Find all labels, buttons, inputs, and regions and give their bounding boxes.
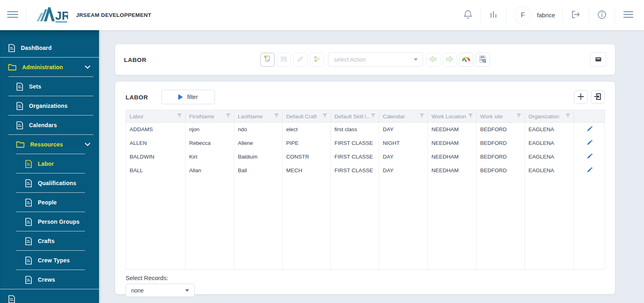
table-row[interactable]: BALDWINKirtBaldiumCONSTRFIRST CLASSEDAYN… — [126, 150, 605, 164]
settings-menu-button[interactable] — [615, 10, 634, 20]
multi-action-button[interactable] — [310, 53, 324, 67]
column-header-default-craft[interactable]: Default Craft — [283, 110, 331, 123]
document-icon — [25, 237, 32, 245]
table-row[interactable]: BALLAllanBallMECHFIRST CLASSEDAYNEEDHAMB… — [126, 164, 605, 177]
sidebar-item-partial-item[interactable] — [0, 289, 99, 303]
column-header-label: Work site — [480, 113, 503, 120]
next-button[interactable] — [443, 53, 457, 67]
sidebar-item-qualifications[interactable]: Qualifications — [0, 173, 99, 193]
table-cell: first class — [331, 123, 379, 136]
sidebar-item-crew-types[interactable]: Crew Types — [0, 251, 99, 270]
table-cell: DAY — [379, 164, 428, 177]
info-button[interactable] — [589, 10, 615, 21]
sidebar-item-label: Calendars — [29, 122, 57, 128]
edit-button[interactable] — [293, 53, 308, 67]
sidebar-item-dashboard[interactable]: DashBoard — [0, 38, 99, 58]
table-cell: NEEDHAM — [428, 123, 477, 136]
table-header-row: LaborFirstNameLastNameDefault CraftDefau… — [126, 110, 605, 123]
table-filler-cell — [574, 177, 605, 270]
filter-funnel-icon[interactable] — [274, 113, 279, 120]
row-edit-button[interactable] — [586, 139, 593, 148]
table-cell: NEEDHAM — [428, 164, 477, 177]
table-cell: BEDFORD — [477, 136, 525, 150]
report-button[interactable] — [476, 53, 490, 67]
filter-funnel-icon[interactable] — [177, 113, 182, 120]
sidebar-item-labor[interactable]: Labor — [0, 154, 99, 173]
table-cell: CONSTR — [283, 150, 331, 164]
logout-button[interactable] — [563, 10, 589, 20]
sidebar-item-label: Ressources — [30, 141, 63, 148]
top-header: JRS JRSEAM DEVELOPPEMENT F fabrice — [0, 0, 644, 30]
column-header-work-location[interactable]: Work Location — [428, 110, 477, 123]
sidebar-item-administration[interactable]: Administration — [0, 58, 99, 77]
filter-funnel-icon[interactable] — [468, 113, 473, 120]
logout-icon — [571, 10, 581, 20]
sidebar-item-ressources[interactable]: Ressources — [0, 135, 99, 154]
filter-funnel-icon[interactable] — [370, 113, 376, 120]
table-cell-actions — [574, 123, 605, 136]
collapse-panel-button[interactable] — [590, 52, 606, 67]
select-action-dropdown[interactable]: select Action — [328, 52, 423, 67]
column-header-organization[interactable]: Organization — [525, 110, 574, 123]
sidebar-item-organizations[interactable]: Organizations — [0, 96, 99, 115]
save-button[interactable] — [277, 53, 291, 67]
document-icon — [25, 198, 32, 207]
sidebar-item-calendars[interactable]: Calendars — [0, 115, 99, 135]
document-icon — [16, 102, 23, 110]
chevron-down-icon — [85, 66, 90, 69]
filter-funnel-icon[interactable] — [322, 113, 328, 120]
app-logo[interactable]: JRS — [36, 6, 68, 25]
add-record-button[interactable] — [574, 90, 588, 104]
new-record-button[interactable] — [260, 53, 275, 67]
column-header-firstname[interactable]: FirstName — [186, 110, 234, 123]
row-edit-button[interactable] — [586, 125, 593, 134]
filter-funnel-icon[interactable] — [225, 113, 231, 120]
previous-button[interactable] — [426, 53, 440, 67]
filter-funnel-icon[interactable] — [516, 113, 522, 120]
sidebar-item-label: Qualifications — [38, 180, 76, 186]
sidebar-item-person-groups[interactable]: Person Groups — [0, 212, 99, 231]
filter-funnel-icon[interactable] — [565, 113, 571, 120]
table-row[interactable]: ADDAMSnjonndoelectfirst classDAYNEEDHAMB… — [126, 123, 605, 136]
column-header-calendar[interactable]: Calendar — [379, 110, 428, 123]
column-header-default-skill-l[interactable]: Default Skill l... — [331, 110, 379, 123]
export-button[interactable] — [591, 90, 605, 104]
notifications-button[interactable] — [455, 10, 481, 21]
table-cell: NEEDHAM — [428, 136, 477, 150]
hamburger-icon — [7, 10, 19, 20]
row-edit-button[interactable] — [586, 166, 593, 175]
sidebar-item-label: Organizations — [29, 103, 68, 109]
filter-button-label: filter — [187, 94, 198, 100]
sidebar-item-sets[interactable]: Sets — [0, 77, 99, 96]
edit-pencil-icon — [586, 127, 592, 133]
export-icon — [594, 93, 602, 102]
report-icon — [479, 55, 487, 64]
column-header-label: Default Craft — [286, 113, 317, 120]
table-cell: njon — [186, 123, 234, 136]
row-edit-button[interactable] — [586, 153, 593, 161]
chevron-down-icon — [85, 143, 90, 146]
filter-funnel-icon[interactable] — [419, 113, 425, 120]
table-cell: ndo — [234, 123, 283, 136]
table-row[interactable]: ALLENRebeccaAllenePIPEFIRST CLASSENIGHTN… — [126, 136, 605, 150]
chevron-down-icon — [185, 289, 189, 292]
column-header-labor[interactable]: Labor — [126, 110, 186, 123]
filter-button[interactable]: filter — [161, 90, 215, 104]
user-menu[interactable]: F fabrice — [506, 6, 562, 25]
column-header-work-site[interactable]: Work site — [477, 110, 525, 123]
sidebar-item-crews[interactable]: Crews — [0, 270, 99, 289]
column-header-label: Organization — [528, 113, 559, 120]
column-header-lastname[interactable]: LastName — [234, 110, 283, 123]
gauge-button[interactable] — [459, 53, 473, 67]
statistics-button[interactable] — [481, 10, 506, 20]
table-cell: EAGLENA — [525, 136, 574, 150]
sidebar-toggle-button[interactable] — [7, 10, 20, 21]
sidebar-item-crafts[interactable]: Crafts — [0, 231, 99, 251]
table-cell: BEDFORD — [477, 123, 525, 136]
sidebar-item-label: Labor — [38, 161, 54, 167]
table-filler-cell — [126, 177, 186, 270]
table-cell: ADDAMS — [126, 123, 186, 136]
select-records-dropdown[interactable]: none — [126, 284, 195, 297]
sidebar-item-people[interactable]: People — [0, 193, 99, 212]
table-cell: Ball — [234, 164, 283, 177]
